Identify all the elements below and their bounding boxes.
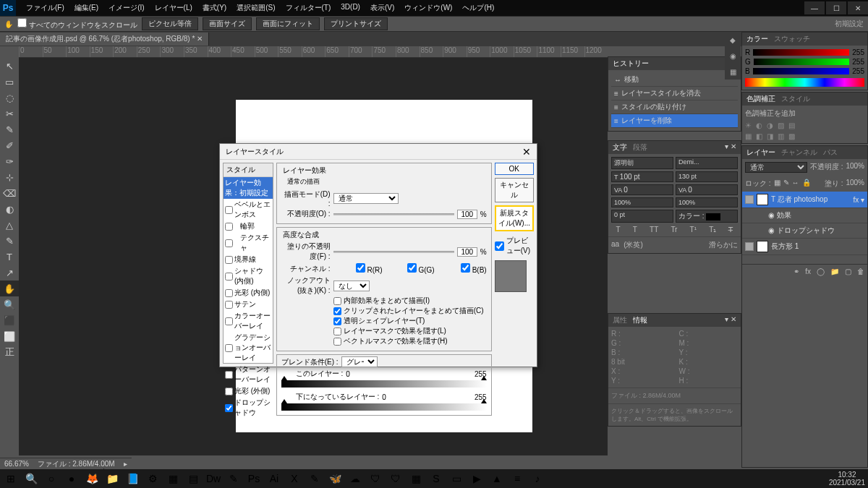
layer-fx-icon[interactable]: fx (805, 267, 811, 275)
tool-button[interactable]: ◌ (0, 90, 19, 106)
text-color-swatch[interactable]: カラー : (676, 210, 738, 223)
delete-layer-icon[interactable]: 🗑 (857, 267, 864, 275)
taskbar-icon[interactable]: ▲ (489, 471, 505, 487)
taskbar-icon[interactable]: S (428, 471, 444, 487)
advanced-option[interactable]: 内部効果をまとめて描画(I) (333, 296, 487, 306)
tool-button[interactable]: ✑ (0, 153, 19, 169)
this-layer-slider[interactable] (281, 380, 487, 388)
actual-pixels-button[interactable]: ピクセル等倍 (142, 17, 198, 30)
styles-tab[interactable]: スタイル (781, 94, 810, 104)
taskbar-icon[interactable]: ▤ (185, 471, 201, 487)
new-style-button[interactable]: 新規スタイル(W)... (495, 205, 534, 231)
tool-button[interactable]: ↖ (0, 58, 19, 74)
tool-button[interactable]: △ (0, 217, 19, 233)
taskbar-icon[interactable]: ▦ (165, 471, 181, 487)
strip-icon[interactable]: ◉ (725, 48, 741, 64)
history-item[interactable]: ≡スタイルの貼り付け (611, 100, 738, 114)
dialog-close-icon[interactable]: ✕ (522, 146, 531, 158)
tool-button[interactable]: ⬜ (0, 328, 19, 344)
color-tab[interactable]: カラー (746, 34, 768, 44)
advanced-option[interactable]: ベクトルマスクで効果を隠す(H) (333, 336, 487, 346)
tool-button[interactable]: ⬛ (0, 312, 19, 328)
blendif-select[interactable]: グレー (341, 356, 378, 367)
style-item[interactable]: ベベルとエンボス (224, 199, 273, 221)
menu-item[interactable]: イメージ(I) (104, 1, 148, 15)
taskbar-icon[interactable]: Ai (266, 471, 282, 487)
layers-tab[interactable]: レイヤー (746, 147, 775, 158)
taskbar-icon[interactable]: 🛡 (388, 471, 404, 487)
layer-row[interactable]: 長方形 1 (742, 239, 867, 255)
taskbar-icon[interactable]: ♪ (529, 471, 545, 487)
channel-g-checkbox[interactable]: G(G) (386, 263, 435, 274)
minimize-button[interactable]: — (804, 1, 825, 14)
tracking-input[interactable]: VA 0 (676, 184, 738, 195)
taskbar-icon[interactable]: 📘 (124, 471, 140, 487)
taskbar-icon[interactable]: ⊞ (3, 471, 19, 487)
scroll-all-checkbox[interactable]: すべてのウィンドウをスクロール (17, 18, 137, 30)
menu-item[interactable]: レイヤー(L) (150, 1, 197, 15)
fill-opacity-slider[interactable] (333, 251, 454, 253)
maximize-button[interactable]: ☐ (826, 1, 846, 14)
menu-item[interactable]: フィルター(T) (281, 1, 336, 15)
advanced-option[interactable]: 透明シェイプレイヤー(T) (333, 316, 487, 326)
style-item[interactable]: シャドウ (内側) (224, 265, 273, 287)
style-item[interactable]: 輪郭 (224, 221, 273, 232)
visibility-icon[interactable] (745, 242, 754, 251)
bold-button[interactable]: T (616, 226, 621, 234)
taskbar-icon[interactable]: ≡ (509, 471, 525, 487)
taskbar-icon[interactable]: ● (64, 471, 80, 487)
r-slider[interactable] (753, 49, 849, 56)
tool-button[interactable]: ↗ (0, 265, 19, 281)
style-item[interactable]: 光彩 (内側) (224, 287, 273, 299)
tool-button[interactable]: ⊹ (0, 169, 19, 185)
tool-button[interactable]: ◐ (0, 201, 19, 217)
font-weight-select[interactable]: Demi... (676, 157, 738, 169)
advanced-option[interactable]: クリップされたレイヤーをまとめて描画(C) (333, 306, 487, 316)
advanced-option[interactable]: レイヤーマスクで効果を隠す(L) (333, 326, 487, 336)
tool-button[interactable]: 🔍 (0, 296, 19, 312)
style-item[interactable]: パターンオーバーレイ (224, 364, 273, 385)
kerning-input[interactable]: VA 0 (611, 184, 673, 195)
channels-tab[interactable]: チャンネル (781, 147, 817, 158)
leading-input[interactable]: 130 pt (676, 171, 738, 182)
layer-row[interactable]: T 忍者 photoshopfx ▾ (742, 192, 867, 208)
paragraph-tab[interactable]: 段落 (633, 142, 647, 153)
info-tab[interactable]: 情報 (633, 315, 647, 325)
character-tab[interactable]: 文字 (613, 142, 627, 153)
vscale-input[interactable]: 100% (611, 197, 673, 207)
layer-opacity-input[interactable]: 100% (846, 162, 864, 173)
style-item[interactable]: ドロップシャドウ (224, 397, 273, 419)
new-layer-icon[interactable]: ▢ (845, 267, 851, 275)
tool-button[interactable]: ✂ (0, 106, 19, 121)
blend-mode-select[interactable]: 通常 (745, 162, 807, 173)
baseline-input[interactable]: 0 pt (611, 210, 673, 223)
taskbar-icon[interactable]: X (286, 471, 302, 487)
opacity-slider[interactable] (333, 213, 454, 215)
taskbar-icon[interactable]: ✎ (307, 471, 323, 487)
tool-button[interactable]: T (0, 249, 19, 265)
style-item[interactable]: 境界線 (224, 254, 273, 265)
new-group-icon[interactable]: 📁 (830, 267, 839, 275)
document-tab[interactable]: 記事の画像作成用.psd @ 66.7% (忍者photoshop, RGB/8… (0, 33, 209, 46)
style-item[interactable]: サテン (224, 299, 273, 310)
menu-item[interactable]: 選択範囲(S) (232, 1, 279, 15)
style-item[interactable]: テクスチャ (224, 232, 273, 254)
fill-opacity-input[interactable] (457, 247, 477, 257)
channel-r-checkbox[interactable]: R(R) (333, 263, 383, 274)
channel-b-checkbox[interactable]: B(B) (438, 263, 487, 274)
g-slider[interactable] (754, 59, 850, 65)
system-clock[interactable]: 10:322021/03/21 (829, 471, 865, 487)
menu-item[interactable]: 書式(Y) (198, 1, 231, 15)
style-item[interactable]: レイヤー効果：初期設定 (224, 177, 273, 199)
menu-item[interactable]: 編集(E) (70, 1, 103, 15)
font-size-input[interactable]: T 100 pt (611, 171, 673, 182)
strip-icon[interactable]: ▦ (725, 64, 741, 80)
aa-select[interactable]: 滑らかに (709, 240, 738, 250)
taskbar-icon[interactable]: ☁ (347, 471, 363, 487)
style-item[interactable]: グラデーションオーバーレイ (224, 332, 273, 364)
tool-button[interactable]: ▭ (0, 74, 19, 90)
ok-button[interactable]: OK (495, 163, 534, 175)
history-item[interactable]: ↔移動 (611, 73, 738, 87)
taskbar-icon[interactable]: ▭ (448, 471, 464, 487)
history-tab[interactable]: ヒストリー (613, 59, 649, 69)
